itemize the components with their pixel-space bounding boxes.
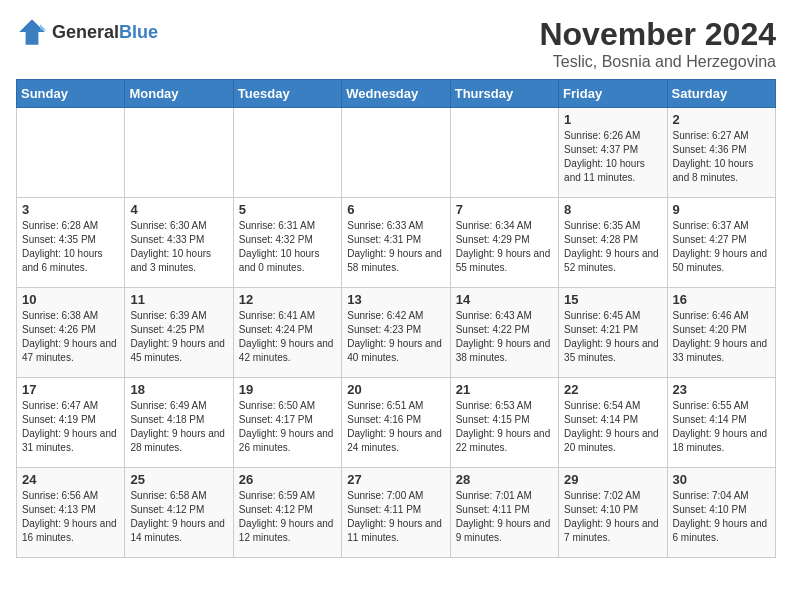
calendar-cell: 22Sunrise: 6:54 AMSunset: 4:14 PMDayligh… (559, 378, 667, 468)
calendar-cell: 18Sunrise: 6:49 AMSunset: 4:18 PMDayligh… (125, 378, 233, 468)
day-info: Sunrise: 6:35 AMSunset: 4:28 PMDaylight:… (564, 219, 661, 275)
calendar-cell: 25Sunrise: 6:58 AMSunset: 4:12 PMDayligh… (125, 468, 233, 558)
day-info: Sunrise: 6:28 AMSunset: 4:35 PMDaylight:… (22, 219, 119, 275)
day-info: Sunrise: 7:00 AMSunset: 4:11 PMDaylight:… (347, 489, 444, 545)
calendar-cell: 19Sunrise: 6:50 AMSunset: 4:17 PMDayligh… (233, 378, 341, 468)
calendar-cell: 14Sunrise: 6:43 AMSunset: 4:22 PMDayligh… (450, 288, 558, 378)
header: GeneralBlue November 2024 Teslic, Bosnia… (16, 16, 776, 71)
day-number: 25 (130, 472, 227, 487)
calendar-cell: 30Sunrise: 7:04 AMSunset: 4:10 PMDayligh… (667, 468, 775, 558)
day-info: Sunrise: 6:53 AMSunset: 4:15 PMDaylight:… (456, 399, 553, 455)
day-info: Sunrise: 6:31 AMSunset: 4:32 PMDaylight:… (239, 219, 336, 275)
day-info: Sunrise: 6:46 AMSunset: 4:20 PMDaylight:… (673, 309, 770, 365)
day-number: 13 (347, 292, 444, 307)
calendar-cell: 21Sunrise: 6:53 AMSunset: 4:15 PMDayligh… (450, 378, 558, 468)
header-day-friday: Friday (559, 80, 667, 108)
calendar-cell: 10Sunrise: 6:38 AMSunset: 4:26 PMDayligh… (17, 288, 125, 378)
day-info: Sunrise: 6:50 AMSunset: 4:17 PMDaylight:… (239, 399, 336, 455)
calendar-cell: 26Sunrise: 6:59 AMSunset: 4:12 PMDayligh… (233, 468, 341, 558)
day-info: Sunrise: 6:33 AMSunset: 4:31 PMDaylight:… (347, 219, 444, 275)
day-info: Sunrise: 6:37 AMSunset: 4:27 PMDaylight:… (673, 219, 770, 275)
calendar-cell: 2Sunrise: 6:27 AMSunset: 4:36 PMDaylight… (667, 108, 775, 198)
calendar-cell: 12Sunrise: 6:41 AMSunset: 4:24 PMDayligh… (233, 288, 341, 378)
day-number: 16 (673, 292, 770, 307)
day-info: Sunrise: 6:45 AMSunset: 4:21 PMDaylight:… (564, 309, 661, 365)
calendar-cell: 15Sunrise: 6:45 AMSunset: 4:21 PMDayligh… (559, 288, 667, 378)
day-number: 12 (239, 292, 336, 307)
day-number: 2 (673, 112, 770, 127)
calendar-cell (342, 108, 450, 198)
header-day-saturday: Saturday (667, 80, 775, 108)
calendar-cell: 11Sunrise: 6:39 AMSunset: 4:25 PMDayligh… (125, 288, 233, 378)
calendar-cell: 8Sunrise: 6:35 AMSunset: 4:28 PMDaylight… (559, 198, 667, 288)
day-info: Sunrise: 6:47 AMSunset: 4:19 PMDaylight:… (22, 399, 119, 455)
calendar-cell: 24Sunrise: 6:56 AMSunset: 4:13 PMDayligh… (17, 468, 125, 558)
calendar-cell: 20Sunrise: 6:51 AMSunset: 4:16 PMDayligh… (342, 378, 450, 468)
day-number: 3 (22, 202, 119, 217)
day-number: 26 (239, 472, 336, 487)
day-number: 9 (673, 202, 770, 217)
day-number: 7 (456, 202, 553, 217)
day-number: 1 (564, 112, 661, 127)
calendar-cell: 4Sunrise: 6:30 AMSunset: 4:33 PMDaylight… (125, 198, 233, 288)
header-day-wednesday: Wednesday (342, 80, 450, 108)
calendar-header: SundayMondayTuesdayWednesdayThursdayFrid… (17, 80, 776, 108)
day-number: 21 (456, 382, 553, 397)
day-info: Sunrise: 6:51 AMSunset: 4:16 PMDaylight:… (347, 399, 444, 455)
day-number: 15 (564, 292, 661, 307)
calendar-cell: 9Sunrise: 6:37 AMSunset: 4:27 PMDaylight… (667, 198, 775, 288)
calendar-cell: 27Sunrise: 7:00 AMSunset: 4:11 PMDayligh… (342, 468, 450, 558)
day-info: Sunrise: 6:27 AMSunset: 4:36 PMDaylight:… (673, 129, 770, 185)
svg-marker-0 (19, 19, 45, 45)
day-info: Sunrise: 7:04 AMSunset: 4:10 PMDaylight:… (673, 489, 770, 545)
calendar-cell: 7Sunrise: 6:34 AMSunset: 4:29 PMDaylight… (450, 198, 558, 288)
day-info: Sunrise: 6:56 AMSunset: 4:13 PMDaylight:… (22, 489, 119, 545)
day-number: 18 (130, 382, 227, 397)
calendar-cell: 28Sunrise: 7:01 AMSunset: 4:11 PMDayligh… (450, 468, 558, 558)
calendar-cell (125, 108, 233, 198)
header-day-thursday: Thursday (450, 80, 558, 108)
day-number: 19 (239, 382, 336, 397)
day-info: Sunrise: 6:26 AMSunset: 4:37 PMDaylight:… (564, 129, 661, 185)
day-info: Sunrise: 6:34 AMSunset: 4:29 PMDaylight:… (456, 219, 553, 275)
day-info: Sunrise: 6:30 AMSunset: 4:33 PMDaylight:… (130, 219, 227, 275)
logo-text-general: General (52, 22, 119, 42)
day-number: 29 (564, 472, 661, 487)
day-number: 8 (564, 202, 661, 217)
logo-text-blue: Blue (119, 22, 158, 42)
calendar-cell: 29Sunrise: 7:02 AMSunset: 4:10 PMDayligh… (559, 468, 667, 558)
calendar-cell: 3Sunrise: 6:28 AMSunset: 4:35 PMDaylight… (17, 198, 125, 288)
day-number: 30 (673, 472, 770, 487)
calendar-cell: 16Sunrise: 6:46 AMSunset: 4:20 PMDayligh… (667, 288, 775, 378)
day-number: 14 (456, 292, 553, 307)
day-info: Sunrise: 7:02 AMSunset: 4:10 PMDaylight:… (564, 489, 661, 545)
calendar-cell (233, 108, 341, 198)
main-title: November 2024 (539, 16, 776, 53)
day-info: Sunrise: 6:39 AMSunset: 4:25 PMDaylight:… (130, 309, 227, 365)
day-number: 11 (130, 292, 227, 307)
subtitle: Teslic, Bosnia and Herzegovina (539, 53, 776, 71)
header-day-sunday: Sunday (17, 80, 125, 108)
calendar-cell (450, 108, 558, 198)
day-info: Sunrise: 6:49 AMSunset: 4:18 PMDaylight:… (130, 399, 227, 455)
day-number: 27 (347, 472, 444, 487)
day-number: 20 (347, 382, 444, 397)
day-info: Sunrise: 6:58 AMSunset: 4:12 PMDaylight:… (130, 489, 227, 545)
day-info: Sunrise: 6:43 AMSunset: 4:22 PMDaylight:… (456, 309, 553, 365)
logo: GeneralBlue (16, 16, 158, 48)
day-number: 28 (456, 472, 553, 487)
day-number: 4 (130, 202, 227, 217)
calendar-cell: 23Sunrise: 6:55 AMSunset: 4:14 PMDayligh… (667, 378, 775, 468)
header-day-monday: Monday (125, 80, 233, 108)
day-info: Sunrise: 6:41 AMSunset: 4:24 PMDaylight:… (239, 309, 336, 365)
day-info: Sunrise: 6:54 AMSunset: 4:14 PMDaylight:… (564, 399, 661, 455)
day-number: 6 (347, 202, 444, 217)
day-info: Sunrise: 7:01 AMSunset: 4:11 PMDaylight:… (456, 489, 553, 545)
calendar-cell: 6Sunrise: 6:33 AMSunset: 4:31 PMDaylight… (342, 198, 450, 288)
calendar-cell: 13Sunrise: 6:42 AMSunset: 4:23 PMDayligh… (342, 288, 450, 378)
calendar-cell: 17Sunrise: 6:47 AMSunset: 4:19 PMDayligh… (17, 378, 125, 468)
calendar-table: SundayMondayTuesdayWednesdayThursdayFrid… (16, 79, 776, 558)
calendar-cell (17, 108, 125, 198)
day-number: 22 (564, 382, 661, 397)
day-info: Sunrise: 6:55 AMSunset: 4:14 PMDaylight:… (673, 399, 770, 455)
